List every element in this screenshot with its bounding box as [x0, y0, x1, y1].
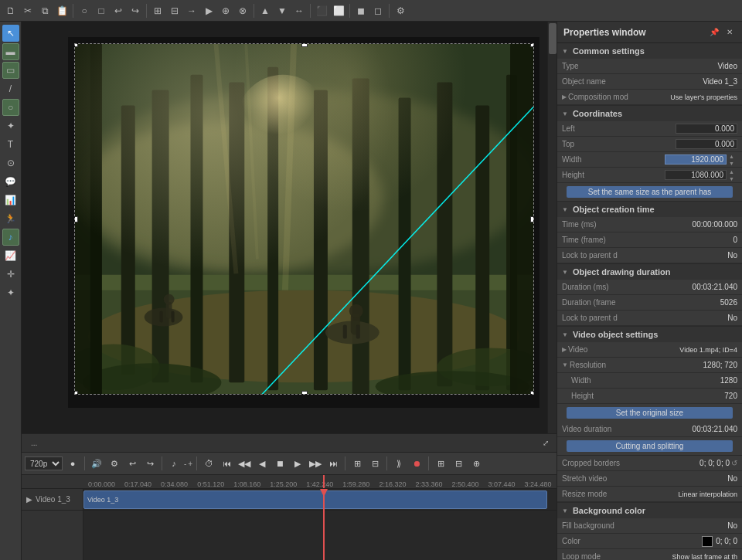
shape2-icon[interactable]: □	[94, 3, 109, 19]
misc-btn1[interactable]: ⊞	[433, 456, 448, 471]
width-spin-up[interactable]: ▲	[728, 153, 737, 160]
scroll-right[interactable]	[547, 22, 556, 433]
settings-icon[interactable]: ⚙	[393, 3, 408, 19]
coordinates-header[interactable]: ▼ Coordinates	[557, 106, 742, 121]
height-value[interactable]: 1080.000	[665, 170, 727, 180]
transform-icon[interactable]: ◼	[353, 3, 369, 19]
play-speed-btn[interactable]: ●	[65, 456, 80, 471]
misc-btn2[interactable]: ⊟	[451, 456, 466, 471]
move-tool[interactable]: ✛	[2, 266, 19, 283]
left-value[interactable]: 0.000	[676, 124, 737, 134]
props-pin-icon[interactable]: 📌	[708, 26, 720, 39]
add-icon[interactable]: ⊕	[218, 3, 233, 19]
shape1-icon[interactable]: ○	[77, 3, 92, 19]
drawing-duration-header[interactable]: ▼ Object drawing duration	[557, 264, 742, 280]
down-icon[interactable]: ▼	[274, 3, 290, 19]
animation-tool[interactable]: 🏃	[2, 210, 19, 227]
settings2-btn[interactable]: ⚙	[107, 456, 122, 471]
grid-icon[interactable]: ⊞	[150, 3, 165, 19]
bg-color-header[interactable]: ▼ Background color	[557, 503, 742, 518]
copy-icon[interactable]: ⧉	[37, 3, 53, 19]
audio-tool[interactable]: ♪	[2, 229, 19, 246]
cropped-reset-icon[interactable]: ↺	[731, 459, 737, 467]
round-rect-tool[interactable]: ▭	[2, 62, 19, 79]
prev-frame-btn[interactable]: ◀◀	[237, 456, 252, 471]
height-row: Height 1080.000 ▲ ▼	[557, 168, 742, 183]
timeline-lanes[interactable]: Video 1_3	[83, 489, 556, 560]
creation-time-header[interactable]: ▼ Object creation time	[557, 202, 742, 217]
undo2-btn[interactable]: ↩	[124, 456, 140, 471]
speed-btn[interactable]: ⟫	[391, 456, 407, 471]
resize-icon[interactable]: ↔	[291, 3, 307, 19]
top-value[interactable]: 0.000	[676, 139, 737, 149]
mute-btn[interactable]: 🔊	[89, 456, 104, 471]
mask-tool[interactable]: ⊙	[2, 154, 19, 171]
common-settings-header[interactable]: ▼ Common settings	[557, 43, 742, 59]
square-icon[interactable]: ⬛	[314, 3, 329, 19]
cut-icon[interactable]: ✂	[20, 3, 36, 19]
redo2-btn[interactable]: ↪	[142, 456, 158, 471]
circle-icon[interactable]: ⬜	[331, 3, 346, 19]
resize-handle-tl[interactable]	[74, 43, 78, 47]
stop-btn[interactable]: ⏹	[272, 456, 288, 471]
play-icon[interactable]: ▶	[201, 3, 216, 19]
video-settings-header[interactable]: ▼ Video object settings	[557, 327, 742, 342]
height-spinner[interactable]: ▲ ▼	[728, 168, 737, 182]
video-frame[interactable]	[74, 43, 534, 395]
skip-end-btn[interactable]: ⏭	[325, 456, 341, 471]
same-size-btn[interactable]: Set the same size as the parent has	[567, 186, 733, 198]
resize-handle-tr[interactable]	[530, 43, 534, 47]
resize-handle-tc[interactable]	[301, 43, 308, 47]
fullscreen-icon[interactable]: ⤢	[538, 436, 553, 451]
width-spinner[interactable]: ▲ ▼	[728, 153, 737, 167]
speech-tool[interactable]: 💬	[2, 173, 19, 190]
graph-tool[interactable]: 📈	[2, 247, 19, 264]
prev-btn[interactable]: ◀	[254, 456, 270, 471]
redo-icon[interactable]: ↪	[128, 3, 143, 19]
resolution-select[interactable]: 720p	[25, 456, 63, 470]
props-close-icon[interactable]: ✕	[723, 26, 736, 39]
volume-btn[interactable]: ♪	[166, 456, 182, 471]
ellipse-tool[interactable]: ○	[2, 99, 19, 116]
width-spin-down[interactable]: ▼	[728, 160, 737, 167]
transform2-tool[interactable]: ✦	[2, 284, 19, 301]
tab-canvas[interactable]: ...	[25, 437, 43, 449]
original-size-btn[interactable]: Set the original size	[567, 407, 733, 419]
resize-handle-ml[interactable]	[74, 216, 78, 222]
misc-btn3[interactable]: ⊕	[468, 456, 484, 471]
undo-icon[interactable]: ↩	[111, 3, 126, 19]
resize-handle-br[interactable]	[530, 391, 534, 395]
arrow-icon[interactable]: →	[184, 3, 199, 19]
resize-handle-bc[interactable]	[301, 391, 308, 395]
pencil-tool[interactable]: /	[2, 80, 19, 97]
height-spin-up[interactable]: ▲	[728, 168, 737, 175]
play2-btn[interactable]: ▶	[290, 456, 305, 471]
chart-tool[interactable]: 📊	[2, 192, 19, 209]
cutting-btn[interactable]: Cutting and splitting	[567, 440, 733, 452]
filter-icon[interactable]: ◻	[370, 3, 386, 19]
skip-start-btn[interactable]: ⏮	[219, 456, 234, 471]
timeline-clip-1[interactable]: Video 1_3	[83, 490, 547, 509]
up-icon[interactable]: ▲	[257, 3, 273, 19]
text-tool[interactable]: T	[2, 136, 19, 153]
frame-btn2[interactable]: ⊟	[367, 456, 383, 471]
height-spin-down[interactable]: ▼	[728, 175, 737, 182]
width-value[interactable]: 1920.000	[665, 154, 727, 165]
paste-icon[interactable]: 📋	[54, 3, 70, 19]
select-tool[interactable]: ↖	[2, 25, 19, 42]
fill-bg-row: Fill background No	[557, 518, 742, 534]
group-icon[interactable]: ⊟	[167, 3, 182, 19]
canvas-viewport[interactable]	[22, 22, 556, 433]
frame-btn1[interactable]: ⊞	[349, 456, 365, 471]
remove-icon[interactable]: ⊗	[235, 3, 250, 19]
color-swatch[interactable]	[702, 536, 713, 547]
next-btn[interactable]: ▶▶	[308, 456, 323, 471]
record-btn[interactable]: ⏺	[409, 456, 424, 471]
resize-handle-mr[interactable]	[530, 216, 534, 222]
rect-tool[interactable]: ▬	[2, 43, 19, 60]
star-tool[interactable]: ✦	[2, 117, 19, 134]
timer-btn[interactable]: ⏱	[201, 456, 216, 471]
resize-handle-bl[interactable]	[74, 391, 78, 395]
new-icon[interactable]: 🗋	[3, 3, 19, 19]
scrollbar-thumb[interactable]	[549, 23, 556, 54]
